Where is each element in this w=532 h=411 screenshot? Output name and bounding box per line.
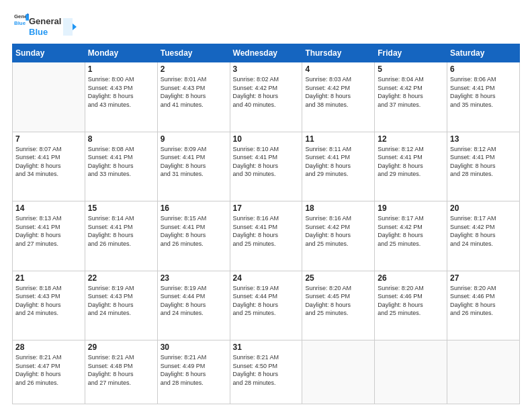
page: General Blue General Blue [0,0,532,411]
cell-info: and 27 minutes. [15,240,82,248]
cell-info: Sunrise: 8:19 AM [233,284,300,293]
logo-words: General Blue [29,16,61,37]
cell-info: Sunrise: 8:02 AM [233,75,300,84]
day-number: 28 [15,342,82,352]
cell-info: and 24 minutes. [15,309,82,318]
cell-info: Daylight: 8 hours [378,162,444,171]
calendar-cell: 10Sunrise: 8:10 AMSunset: 4:41 PMDayligh… [230,132,302,201]
cell-info: and 24 minutes. [161,309,227,318]
calendar-cell: 6Sunrise: 8:06 AMSunset: 4:41 PMDaylight… [447,62,520,132]
cell-info: Sunset: 4:41 PM [161,223,227,232]
cell-info: Sunrise: 8:20 AM [305,284,371,293]
cell-info: Sunrise: 8:03 AM [305,75,371,84]
cell-info: Sunset: 4:41 PM [15,223,82,232]
day-number: 22 [88,273,154,283]
cell-info: Daylight: 8 hours [233,92,300,101]
cell-info: Daylight: 8 hours [15,370,82,379]
cell-info: Daylight: 8 hours [305,92,371,101]
cell-info: Sunrise: 8:09 AM [161,145,227,154]
calendar-header-thursday: Thursday [302,44,375,62]
cell-info: Sunrise: 8:10 AM [233,145,300,154]
cell-info: Sunrise: 8:21 AM [161,353,227,362]
day-number: 5 [378,64,444,74]
cell-info: Sunset: 4:42 PM [378,84,444,93]
cell-info: Sunrise: 8:14 AM [88,214,154,223]
calendar-cell: 9Sunrise: 8:09 AMSunset: 4:41 PMDaylight… [157,132,230,201]
calendar-week-4: 21Sunrise: 8:18 AMSunset: 4:43 PMDayligh… [13,271,520,340]
logo-arrow-icon [63,18,77,36]
logo-icon: General Blue [14,12,29,27]
day-number: 2 [161,64,227,74]
cell-info: Sunset: 4:42 PM [305,84,371,93]
calendar-cell: 23Sunrise: 8:19 AMSunset: 4:44 PMDayligh… [157,271,230,340]
cell-info: Sunset: 4:43 PM [161,84,227,93]
day-number: 9 [161,134,227,144]
cell-info: Sunset: 4:43 PM [15,292,82,301]
day-number: 26 [378,273,444,283]
cell-info: and 29 minutes. [305,170,371,179]
cell-info: Daylight: 8 hours [88,162,154,171]
cell-info: Sunset: 4:41 PM [233,153,300,162]
cell-info: Sunrise: 8:20 AM [378,284,444,293]
cell-info: Sunset: 4:43 PM [88,292,154,301]
calendar-cell: 27Sunrise: 8:20 AMSunset: 4:46 PMDayligh… [447,271,520,340]
cell-info: Sunrise: 8:15 AM [161,214,227,223]
cell-info: Sunset: 4:41 PM [378,153,444,162]
calendar-week-5: 28Sunrise: 8:21 AMSunset: 4:47 PMDayligh… [13,340,520,404]
day-number: 15 [88,203,154,213]
calendar-cell: 12Sunrise: 8:12 AMSunset: 4:41 PMDayligh… [375,132,447,201]
calendar-cell: 25Sunrise: 8:20 AMSunset: 4:45 PMDayligh… [302,271,375,340]
calendar-cell: 1Sunrise: 8:00 AMSunset: 4:43 PMDaylight… [85,62,157,132]
cell-info: Daylight: 8 hours [161,162,227,171]
calendar-cell: 13Sunrise: 8:12 AMSunset: 4:41 PMDayligh… [447,132,520,201]
svg-marker-6 [73,24,77,30]
calendar-header-sunday: Sunday [13,44,85,62]
cell-info: Sunrise: 8:21 AM [88,353,154,362]
calendar-cell [447,340,520,404]
cell-info: Daylight: 8 hours [450,162,517,171]
cell-info: Sunset: 4:41 PM [88,153,154,162]
day-number: 1 [88,64,154,74]
cell-info: and 27 minutes. [88,379,154,387]
cell-info: and 30 minutes. [233,170,300,179]
calendar-cell: 5Sunrise: 8:04 AMSunset: 4:42 PMDaylight… [375,62,447,132]
cell-info: Sunrise: 8:16 AM [305,214,371,223]
cell-info: and 26 minutes. [15,379,82,387]
calendar-cell: 20Sunrise: 8:17 AMSunset: 4:42 PMDayligh… [447,201,520,271]
cell-info: and 25 minutes. [305,309,371,318]
cell-info: Daylight: 8 hours [88,231,154,240]
cell-info: Sunset: 4:41 PM [450,84,517,93]
day-number: 13 [450,134,517,144]
blue-text: Blue [29,27,61,38]
cell-info: Daylight: 8 hours [450,92,517,101]
cell-info: and 25 minutes. [378,240,444,248]
svg-text:Blue: Blue [14,20,26,26]
calendar-header-monday: Monday [85,44,157,62]
cell-info: and 28 minutes. [161,379,227,387]
calendar-cell: 15Sunrise: 8:14 AMSunset: 4:41 PMDayligh… [85,201,157,271]
day-number: 4 [305,64,371,74]
cell-info: and 34 minutes. [15,170,82,179]
cell-info: Daylight: 8 hours [233,370,300,379]
cell-info: Sunset: 4:46 PM [378,292,444,301]
calendar-cell: 26Sunrise: 8:20 AMSunset: 4:46 PMDayligh… [375,271,447,340]
cell-info: and 28 minutes. [450,170,517,179]
cell-info: Sunset: 4:41 PM [305,153,371,162]
cell-info: Sunrise: 8:16 AM [233,214,300,223]
cell-info: Sunrise: 8:01 AM [161,75,227,84]
day-number: 27 [450,273,517,283]
cell-info: Sunrise: 8:17 AM [450,214,517,223]
logo-text-area: General Blue [29,12,77,37]
cell-info: Sunset: 4:42 PM [450,223,517,232]
calendar-cell: 14Sunrise: 8:13 AMSunset: 4:41 PMDayligh… [13,201,85,271]
cell-info: and 24 minutes. [88,309,154,318]
day-number: 16 [161,203,227,213]
cell-info: and 26 minutes. [88,240,154,248]
cell-info: Sunset: 4:41 PM [15,153,82,162]
cell-info: and 25 minutes. [233,240,300,248]
calendar-header-tuesday: Tuesday [157,44,230,62]
cell-info: and 25 minutes. [233,309,300,318]
cell-info: Daylight: 8 hours [233,231,300,240]
cell-info: Daylight: 8 hours [15,231,82,240]
svg-marker-5 [63,18,73,36]
